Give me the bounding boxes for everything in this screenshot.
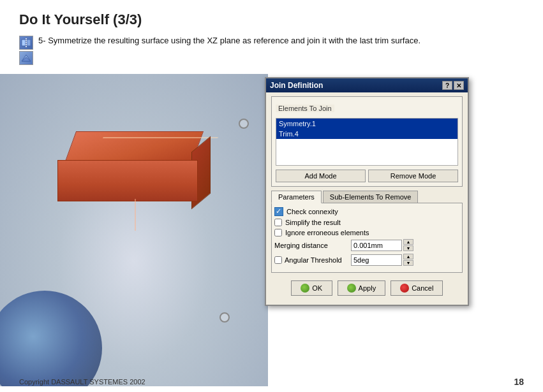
- check-connexity-checked-icon: [274, 207, 283, 216]
- list-item[interactable]: Symmetry.1: [276, 119, 457, 129]
- simplify-label: Simplify the result: [285, 219, 341, 226]
- help-button[interactable]: ?: [442, 81, 452, 90]
- ignore-checkbox[interactable]: [274, 229, 282, 236]
- merging-distance-label: Merging distance: [274, 242, 351, 249]
- tab-sub-elements[interactable]: Sub-Elements To Remove: [323, 191, 419, 203]
- merging-distance-input-container: ▲ ▼: [351, 239, 413, 251]
- dialog-controls: ? ✕: [442, 81, 464, 90]
- dialog-titlebar: Join Definition ? ✕: [266, 78, 468, 92]
- angular-spin-down-btn[interactable]: ▼: [403, 260, 413, 266]
- apply-icon: [347, 284, 356, 293]
- instruction-row: 5- Symmetrize the resulting surface usin…: [19, 34, 524, 65]
- ok-icon: [301, 284, 309, 293]
- ok-label: OK: [312, 284, 322, 292]
- ignore-row: Ignore erroneous elements: [274, 229, 459, 236]
- simplify-row: Simplify the result: [274, 219, 459, 226]
- marker-top: [239, 119, 249, 129]
- join-definition-dialog: Join Definition ? ✕ Elements To Join Sym…: [265, 77, 469, 306]
- add-mode-button[interactable]: Add Mode: [276, 170, 366, 182]
- remove-mode-button[interactable]: Remove Mode: [368, 170, 458, 182]
- angular-threshold-label: Angular Threshold: [285, 256, 342, 264]
- instruction-icons: [19, 36, 33, 65]
- tab-parameters[interactable]: Parameters: [271, 191, 322, 203]
- dialog-footer: OK Apply Cancel: [271, 277, 463, 301]
- close-button[interactable]: ✕: [454, 81, 464, 90]
- apply-button[interactable]: Apply: [338, 280, 386, 296]
- join-icon: [19, 51, 33, 65]
- check-connexity-label: Check connexity: [286, 208, 338, 215]
- mode-buttons: Add Mode Remove Mode: [276, 170, 458, 182]
- svg-rect-0: [22, 40, 26, 46]
- merging-distance-row: Merging distance ▲ ▼: [274, 239, 459, 251]
- svg-rect-1: [27, 40, 31, 46]
- angular-threshold-spinner: ▲ ▼: [403, 254, 413, 266]
- ok-button[interactable]: OK: [291, 280, 332, 296]
- spin-up-btn[interactable]: ▲: [403, 239, 413, 245]
- elements-group: Elements To Join Symmetry.1 Trim.4 Add M…: [271, 96, 463, 187]
- main-content: Join Definition ? ✕ Elements To Join Sym…: [0, 74, 543, 386]
- dialog-body: Elements To Join Symmetry.1 Trim.4 Add M…: [266, 92, 468, 305]
- marker-bottom: [219, 312, 230, 323]
- apply-label: Apply: [359, 284, 376, 292]
- list-item[interactable]: Trim.4: [276, 129, 457, 139]
- page-title: Do It Yourself (3/3): [19, 11, 524, 28]
- dialog-title: Join Definition: [270, 81, 323, 90]
- 3d-shape: [51, 131, 204, 201]
- simplify-checkbox[interactable]: [274, 219, 282, 226]
- angular-threshold-row: Angular Threshold ▲ ▼: [274, 254, 459, 266]
- cancel-button[interactable]: Cancel: [391, 280, 443, 296]
- cancel-label: Cancel: [412, 284, 433, 292]
- page-header: Do It Yourself (3/3) 5- Symmetrize the r…: [0, 0, 543, 74]
- instruction-text: 5- Symmetrize the resulting surface usin…: [38, 34, 420, 47]
- viewport: [0, 74, 268, 386]
- spin-down-btn[interactable]: ▼: [403, 245, 413, 251]
- page-footer: Copyright DASSAULT SYSTEMES 2002 18: [19, 377, 524, 387]
- tabs-row: Parameters Sub-Elements To Remove: [271, 191, 463, 203]
- elements-group-label: Elements To Join: [276, 105, 334, 112]
- group-box-content: Symmetry.1 Trim.4 Add Mode Remove Mode: [272, 113, 462, 186]
- brick-top: [64, 131, 204, 163]
- page-number: 18: [514, 377, 524, 387]
- ignore-label: Ignore erroneous elements: [285, 229, 369, 236]
- cancel-icon: [400, 284, 409, 293]
- angular-threshold-input[interactable]: [351, 254, 402, 266]
- merging-distance-input[interactable]: [351, 240, 402, 251]
- copyright-text: Copyright DASSAULT SYSTEMES 2002: [19, 378, 145, 386]
- angular-spin-up-btn[interactable]: ▲: [403, 254, 413, 259]
- angular-threshold-checkbox[interactable]: [274, 256, 282, 264]
- brick-line-front: [135, 199, 136, 231]
- brick-shape: [51, 131, 204, 201]
- check-connexity-row: Check connexity: [274, 207, 459, 216]
- brick-front: [57, 160, 198, 201]
- params-content: Check connexity Simplify the result Igno…: [271, 203, 463, 273]
- globe-decoration: [0, 291, 102, 386]
- merging-distance-spinner: ▲ ▼: [403, 239, 413, 251]
- symmetry-icon: [19, 36, 33, 50]
- brick-line-top: [103, 137, 218, 138]
- elements-list[interactable]: Symmetry.1 Trim.4: [276, 118, 458, 166]
- angular-threshold-input-container: ▲ ▼: [351, 254, 413, 266]
